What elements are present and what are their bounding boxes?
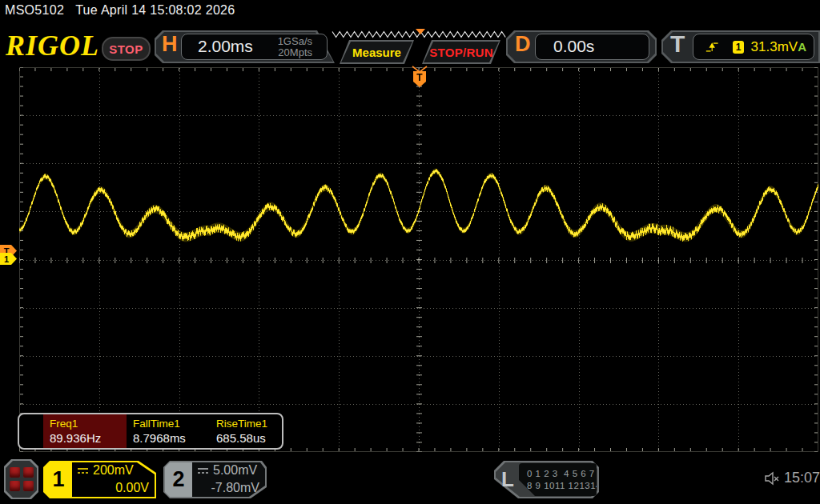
delay-label: D	[515, 32, 531, 57]
rigol-logo: RIGOL	[6, 29, 99, 62]
marker-notch-icon	[412, 66, 427, 72]
stop-run-button[interactable]: STOP/RUN	[422, 40, 500, 64]
trigger-panel[interactable]: T 1 31.3mV A	[661, 30, 820, 63]
trigger-position-marker[interactable]: T	[409, 65, 430, 88]
horizontal-timebase-panel[interactable]: H 2.00ms 1GSa/s 20Mpts	[155, 30, 335, 63]
trigger-label: T	[670, 30, 685, 58]
ch1-zero-letter: 1	[4, 254, 9, 264]
trigger-sweep-mode: A	[798, 40, 806, 54]
memory-depth: 20Mpts	[278, 47, 312, 58]
run-state-badge: STOP	[102, 37, 151, 61]
model-name: MSO5102	[5, 3, 64, 17]
measurement-value: 89.936Hz	[50, 431, 120, 445]
datetime: Tue April 14 15:08:02 2026	[75, 3, 235, 17]
measurement-value: 685.58us	[216, 431, 287, 445]
channel1-offset: 0.00V	[77, 481, 149, 495]
measure-button-label: Measure	[340, 40, 414, 64]
sample-rate: 1GSa/s	[278, 36, 312, 47]
trigger-position-letter: T	[416, 72, 423, 83]
horizontal-label: H	[162, 32, 178, 57]
channel2-status-box[interactable]: 2 5.00mV -7.80mV	[163, 461, 267, 498]
timebase-value: 2.00ms	[198, 37, 253, 56]
system-clock: 15:07	[784, 470, 820, 486]
logic-channels-box[interactable]: L 0 1 2 3 4 5 6 7 8 9 1011 12131415	[494, 461, 599, 498]
timebase-valuebox[interactable]: 2.00ms 1GSa/s 20Mpts	[181, 34, 328, 60]
acquisition-rates: 1GSa/s 20Mpts	[278, 36, 312, 58]
delay-panel[interactable]: D 0.00s	[506, 30, 657, 63]
top-status-bar: MSO5102Tue April 14 15:08:02 2026	[5, 3, 235, 18]
measure-button[interactable]: Measure	[340, 40, 414, 64]
channel2-number: 2	[165, 462, 192, 497]
measurement-item-freq1[interactable]: Freq1 89.936Hz	[43, 414, 127, 448]
stop-run-button-label: STOP/RUN	[422, 40, 500, 64]
delay-valuebox[interactable]: 0.00s	[535, 34, 649, 60]
measurement-label: RiseTime1	[216, 418, 287, 430]
logic-row-8-15: 8 9 1011 12131415	[527, 480, 597, 492]
channel2-offset: -7.80mV	[197, 481, 259, 495]
speaker-muted-icon[interactable]	[764, 471, 782, 486]
logic-label: L	[501, 467, 514, 492]
window-position-marker-icon	[416, 29, 425, 34]
logic-row-0-7: 0 1 2 3 4 5 6 7	[527, 468, 597, 480]
trigger-level-value: 31.3mV	[751, 39, 798, 55]
logic-channel-numbers: 0 1 2 3 4 5 6 7 8 9 1011 12131415	[519, 463, 597, 496]
measurement-results-panel: Freq1 89.936Hz FallTime1 8.7968ms RiseTi…	[18, 413, 283, 450]
channel1-number: 1	[45, 462, 72, 497]
rising-edge-trigger-icon	[705, 40, 718, 54]
delay-value: 0.00s	[553, 37, 594, 56]
ch1-zero-marker[interactable]: 1	[0, 253, 18, 265]
trigger-valuebox[interactable]: 1 31.3mV A	[693, 34, 814, 60]
memory-position-strip[interactable]	[331, 29, 510, 40]
measurement-item-risetime1[interactable]: RiseTime1 685.58us	[210, 414, 293, 448]
channel2-scale: 5.00mV	[213, 463, 257, 478]
measurement-label: FallTime1	[133, 418, 203, 430]
trigger-source-badge: 1	[733, 41, 743, 54]
measurement-value: 8.7968ms	[133, 431, 203, 445]
waveform-canvas	[19, 67, 818, 452]
channel1-scale: 200mV	[93, 463, 134, 478]
measurement-item-falltime1[interactable]: FallTime1 8.7968ms	[127, 414, 210, 448]
measurement-label: Freq1	[50, 418, 120, 430]
dc-coupling-icon	[197, 466, 209, 475]
channel1-status-box[interactable]: 1 200mV 0.00V	[43, 461, 156, 498]
waveform-display-area	[19, 67, 818, 452]
dc-coupling-icon	[77, 466, 89, 475]
menu-grid-button[interactable]	[4, 459, 38, 499]
grid-squares-icon	[4, 459, 38, 499]
